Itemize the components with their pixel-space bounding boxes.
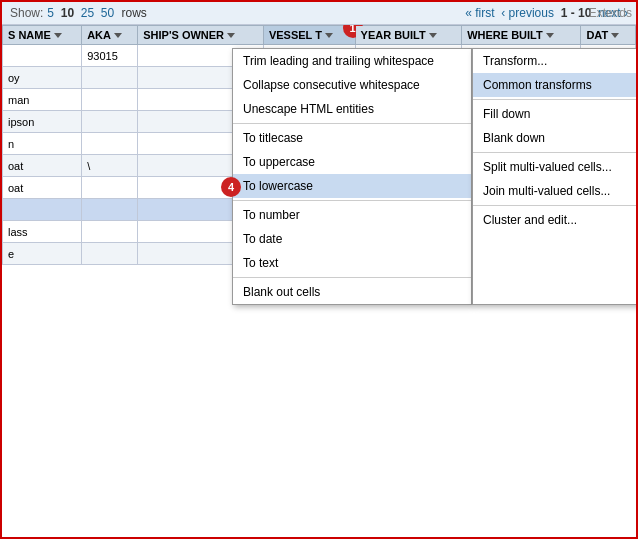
extends-label: Extends xyxy=(589,6,632,20)
menu-item-collapse-whitespace[interactable]: Collapse consecutive whitespace xyxy=(233,73,471,97)
menu-item-to-date[interactable]: To date xyxy=(233,227,471,251)
menu-item-collapse-whitespace-label: Collapse consecutive whitespace xyxy=(243,78,420,92)
table-cell xyxy=(82,221,138,243)
edit-cells-submenu: Transform... Common transforms ▶ 3 Fill … xyxy=(472,48,638,305)
menu-item-to-lowercase[interactable]: To lowercase 4 xyxy=(233,174,471,198)
col-where-built-label: WHERE BUILT xyxy=(467,29,543,41)
divider-2 xyxy=(233,200,471,201)
menu-item-to-text-label: To text xyxy=(243,256,278,270)
menu-item-common-transforms-label: Common transforms xyxy=(483,78,592,92)
col-aka[interactable]: AKA xyxy=(82,26,138,45)
sort-icon-where-built xyxy=(546,33,554,38)
menu-item-common-transforms[interactable]: Common transforms ▶ 3 xyxy=(473,73,638,97)
menu-item-fill-down-label: Fill down xyxy=(483,107,530,121)
common-transforms-submenu: Trim leading and trailing whitespace Col… xyxy=(232,48,472,305)
menu-item-blank-out-cells-label: Blank out cells xyxy=(243,285,320,299)
table-cell: e xyxy=(3,243,82,265)
menu-item-to-number[interactable]: To number xyxy=(233,203,471,227)
table-cell: oy xyxy=(3,67,82,89)
submenu-divider-1 xyxy=(473,99,638,100)
menu-item-to-number-label: To number xyxy=(243,208,300,222)
table-cell: man xyxy=(3,89,82,111)
submenu-divider-2 xyxy=(473,152,638,153)
menu-item-to-uppercase[interactable]: To uppercase xyxy=(233,150,471,174)
show-10[interactable]: 10 xyxy=(61,6,74,20)
table-cell: oat xyxy=(3,177,82,199)
col-where-built[interactable]: WHERE BUILT xyxy=(462,26,581,45)
col-s-name-label: S NAME xyxy=(8,29,51,41)
show-links[interactable]: 5 10 25 50 xyxy=(47,6,117,20)
previous-link[interactable]: ‹ previous xyxy=(501,6,554,20)
menu-item-fill-down[interactable]: Fill down xyxy=(473,102,638,126)
col-vessel-type[interactable]: VESSEL T 1 xyxy=(263,26,355,45)
sort-icon-year-built xyxy=(429,33,437,38)
col-dat[interactable]: DAT xyxy=(581,26,636,45)
table-cell xyxy=(82,177,138,199)
show-50[interactable]: 50 xyxy=(101,6,114,20)
menu-item-cluster-edit[interactable]: Cluster and edit... xyxy=(473,208,638,232)
table-cell: \ xyxy=(82,155,138,177)
col-ships-owner-label: SHIP'S OWNER xyxy=(143,29,224,41)
table-cell xyxy=(3,45,82,67)
col-dat-label: DAT xyxy=(586,29,608,41)
menu-item-join-multi-label: Join multi-valued cells... xyxy=(483,184,610,198)
divider-1 xyxy=(233,123,471,124)
show-label: Show: xyxy=(10,6,43,20)
divider-3 xyxy=(233,277,471,278)
page-range: 1 - 10 xyxy=(561,6,592,20)
sort-icon-dat xyxy=(611,33,619,38)
menu-item-blank-down[interactable]: Blank down xyxy=(473,126,638,150)
table-cell xyxy=(3,199,82,221)
table-cell xyxy=(82,111,138,133)
sort-icon-vessel-type xyxy=(325,33,333,38)
menu-item-transform-label: Transform... xyxy=(483,54,547,68)
table-cell: n xyxy=(3,133,82,155)
table-cell: 93015 xyxy=(82,45,138,67)
top-bar: Show: 5 10 25 50 rows « first ‹ previous… xyxy=(2,2,636,25)
menu-item-transform[interactable]: Transform... xyxy=(473,49,638,73)
menu-item-to-titlecase[interactable]: To titlecase xyxy=(233,126,471,150)
menu-item-cluster-edit-label: Cluster and edit... xyxy=(483,213,577,227)
sort-icon-s-name xyxy=(54,33,62,38)
menu-item-to-date-label: To date xyxy=(243,232,282,246)
table-cell xyxy=(82,133,138,155)
col-year-built[interactable]: YEAR BUILT xyxy=(355,26,462,45)
col-ships-owner[interactable]: SHIP'S OWNER xyxy=(138,26,264,45)
menu-item-to-uppercase-label: To uppercase xyxy=(243,155,315,169)
col-s-name[interactable]: S NAME xyxy=(3,26,82,45)
show-25[interactable]: 25 xyxy=(81,6,94,20)
menu-item-blank-down-label: Blank down xyxy=(483,131,545,145)
menu-item-to-text[interactable]: To text xyxy=(233,251,471,275)
table-cell xyxy=(82,89,138,111)
menu-item-to-lowercase-label: To lowercase xyxy=(243,179,313,193)
badge-4: 4 xyxy=(221,177,241,197)
menu-item-trim-whitespace[interactable]: Trim leading and trailing whitespace xyxy=(233,49,471,73)
first-link[interactable]: « first xyxy=(465,6,494,20)
table-cell xyxy=(82,243,138,265)
table-cell: lass xyxy=(3,221,82,243)
menu-item-trim-whitespace-label: Trim leading and trailing whitespace xyxy=(243,54,434,68)
dropdown-area: Trim leading and trailing whitespace Col… xyxy=(232,48,638,305)
table-cell xyxy=(82,67,138,89)
show-rows-control: Show: 5 10 25 50 rows xyxy=(10,6,147,20)
submenu-divider-3 xyxy=(473,205,638,206)
menu-item-unescape-html-label: Unescape HTML entities xyxy=(243,102,374,116)
menu-item-blank-out-cells[interactable]: Blank out cells xyxy=(233,280,471,304)
table-cell: ipson xyxy=(3,111,82,133)
table-cell: oat xyxy=(3,155,82,177)
sort-icon-aka xyxy=(114,33,122,38)
table-cell xyxy=(82,199,138,221)
col-vessel-type-label: VESSEL T xyxy=(269,29,322,41)
menu-item-split-multi[interactable]: Split multi-valued cells... xyxy=(473,155,638,179)
sort-icon-ships-owner xyxy=(227,33,235,38)
col-aka-label: AKA xyxy=(87,29,111,41)
menu-item-join-multi[interactable]: Join multi-valued cells... xyxy=(473,179,638,203)
menu-item-split-multi-label: Split multi-valued cells... xyxy=(483,160,612,174)
menu-item-unescape-html[interactable]: Unescape HTML entities xyxy=(233,97,471,121)
show-5[interactable]: 5 xyxy=(47,6,54,20)
menu-item-to-titlecase-label: To titlecase xyxy=(243,131,303,145)
col-year-built-label: YEAR BUILT xyxy=(361,29,426,41)
rows-label: rows xyxy=(121,6,146,20)
